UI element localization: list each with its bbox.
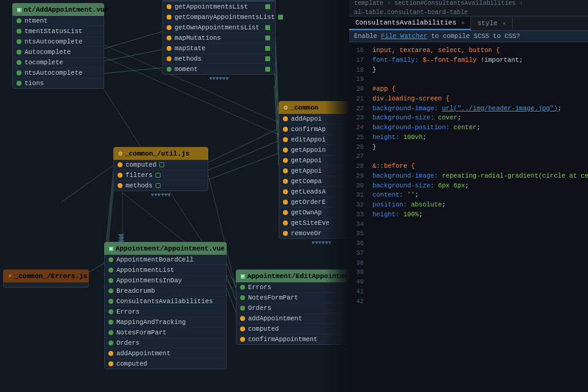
svg-line-19 [205, 153, 279, 181]
tab-close-icon[interactable]: ✕ [461, 20, 464, 26]
code-content-area: 16 17 18 19 20 21 22 23 24 25 26 27 28 2… [349, 42, 588, 392]
dot-icon [108, 330, 113, 335]
dot-icon [167, 4, 172, 9]
node-appointment-main[interactable]: ▣ Appointment/Appointment.vue Appointmen… [104, 242, 227, 369]
line-num: 31 [353, 190, 364, 200]
node-item: addAppointment [236, 314, 355, 324]
node-common-right-title: _common [290, 104, 318, 111]
node-appointment-main-header: ▣ Appointment/Appointment.vue [104, 242, 227, 255]
node-item-label: tocomplete [24, 59, 63, 66]
node-errors-body [3, 282, 89, 288]
dot-icon [283, 116, 288, 121]
node-top-methods[interactable]: getAppointmentsList getCompanyAppointmen… [162, 0, 276, 83]
tab-close-icon[interactable]: ✕ [502, 20, 505, 27]
node-item-label: getOwnAppointmentsList [175, 24, 260, 31]
svg-line-2 [103, 67, 165, 74]
dot-icon [17, 39, 21, 44]
node-item: AppointmentBoardCell [105, 255, 226, 265]
node-item: getOwnAppointmentsList [163, 23, 275, 33]
node-item-label: Orders [116, 339, 140, 347]
line-num: 36 [353, 239, 364, 249]
node-item: mapMutations [163, 33, 275, 43]
tab-style[interactable]: style ✕ [471, 17, 512, 29]
code-line: font-family: $--font-family !important; [372, 56, 588, 66]
breadcrumb-item: template [354, 0, 383, 7]
line-num: 16 [353, 46, 364, 56]
svg-line-7 [274, 86, 279, 165]
node-item: addAppoi [279, 114, 355, 124]
breadcrumb-item: section#ConsultantsAvailabilities [394, 0, 516, 7]
node-item: NotesFormPart [236, 293, 355, 303]
tab-consultants-availabilities[interactable]: ConsultantsAvailabilities ✕ [349, 17, 471, 30]
node-item: getAppointmentsList [163, 2, 275, 12]
line-num: 18 [353, 66, 364, 75]
line-num: 32 [353, 200, 364, 210]
line-numbers: 16 17 18 19 20 21 22 23 24 25 26 27 28 2… [349, 42, 368, 392]
line-num: 40 [353, 277, 364, 287]
dot-icon [118, 173, 123, 178]
node-item-label: getAppoi [291, 157, 322, 164]
vue-icon: ▣ [109, 244, 113, 252]
errors-icon: ⚡ [8, 272, 12, 280]
dot-icon [240, 306, 245, 311]
node-common-right[interactable]: ⚙ _common addAppoi confirmAp editAppoi g [279, 101, 355, 247]
dot-icon [167, 46, 172, 51]
connector-icon [156, 173, 160, 178]
node-item: MappingAndTracking [105, 317, 226, 328]
node-item-label: Autocomplete [24, 48, 71, 56]
node-item: getCompanyAppointmentsList [163, 12, 275, 23]
code-line: height: 100vh; [372, 133, 588, 143]
code-line: background-size: cover; [372, 113, 588, 123]
node-item: tions [13, 78, 104, 88]
node-item-label: getOwnAp [291, 209, 322, 216]
code-line: input, textarea, select, button { [372, 46, 588, 56]
node-item: Orders [236, 303, 355, 314]
file-watcher-link[interactable]: File Watcher [381, 32, 428, 40]
dot-icon [108, 320, 113, 325]
connector-icon [265, 46, 270, 51]
node-item-label: addAppoi [291, 115, 322, 123]
dot-icon [17, 50, 21, 55]
node-appointment-main-body: AppointmentBoardCell AppointmentList App… [104, 255, 227, 369]
node-item: methods [163, 54, 275, 64]
svg-line-11 [208, 129, 279, 162]
dot-icon [283, 168, 288, 173]
js-icon: ⚙ [118, 149, 123, 157]
svg-line-0 [103, 31, 165, 49]
line-num: 30 [353, 181, 364, 191]
node-item-label: Errors [248, 284, 271, 291]
node-common-right-body: addAppoi confirmAp editAppoi getAppoin g [279, 114, 355, 239]
node-item: getCompa [279, 176, 355, 187]
line-num: 41 [353, 287, 364, 297]
node-item-label: getAppoin [291, 146, 326, 154]
node-errors[interactable]: ⚡ _common_/Errors.js [3, 270, 89, 288]
dot-icon [118, 183, 123, 188]
line-num: 24 [353, 123, 364, 133]
node-item: getLeadsA [279, 187, 355, 197]
common-icon: ⚙ [284, 104, 288, 111]
node-item-label: methods [175, 55, 202, 62]
node-item-label: NotesFormPart [116, 329, 167, 336]
line-num: 35 [353, 229, 364, 239]
node-edit-appointment[interactable]: ▣ Appointment/EditAppointment.vue Errors… [236, 270, 355, 345]
connector-icon [278, 15, 283, 20]
node-common-util[interactable]: ⚙ _common_/util.js computed filters meth… [113, 147, 208, 200]
node-item-label: mapState [175, 45, 205, 52]
graph-area: ▣ nt/AddAppointment.vue ntment tmentStat… [0, 0, 355, 392]
line-num: 21 [353, 94, 364, 104]
node-item: removeOr [279, 228, 355, 238]
node-edit-appointment-header: ▣ Appointment/EditAppointment.vue [236, 270, 355, 282]
node-item: mapState [163, 43, 275, 54]
editor-tabs: ConsultantsAvailabilities ✕ style ✕ [349, 17, 588, 31]
dot-icon [283, 127, 288, 132]
code-line [372, 75, 588, 85]
breadcrumb-item: al-table.consultant-board-table [354, 9, 468, 16]
node-add-appointment[interactable]: ▣ nt/AddAppointment.vue ntment tmentStat… [12, 3, 104, 89]
tab-label: ConsultantsAvailabilities [355, 19, 456, 26]
node-common-right-header: ⚙ _common [279, 101, 355, 114]
dot-icon [108, 309, 113, 314]
dot-icon [283, 148, 288, 153]
node-item-label: getCompa [291, 178, 322, 185]
dot-icon [240, 316, 245, 321]
node-item-label: getLeadsA [291, 188, 326, 195]
